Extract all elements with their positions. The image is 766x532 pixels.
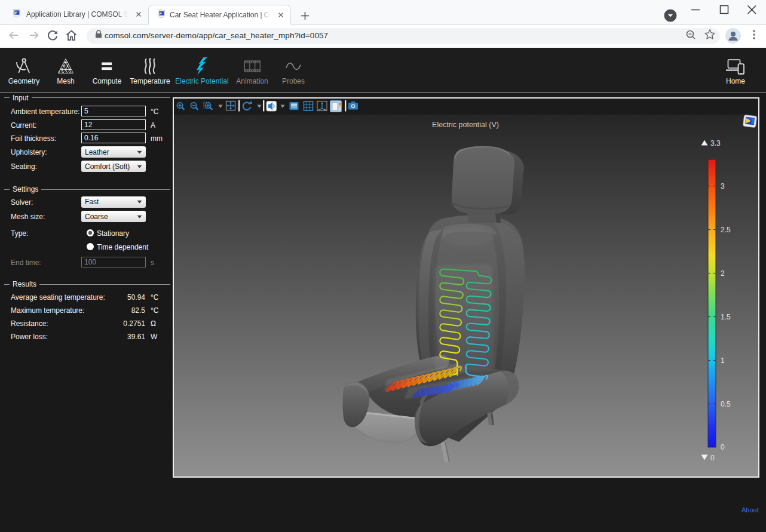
- svg-text:2.5: 2.5: [721, 226, 731, 234]
- svg-text:2: 2: [721, 269, 725, 278]
- svg-text:0: 0: [721, 443, 725, 451]
- svg-text:Electric potential (V): Electric potential (V): [432, 121, 499, 129]
- svg-text:1.5: 1.5: [721, 313, 731, 321]
- svg-text:0: 0: [710, 454, 715, 462]
- svg-text:3.3: 3.3: [710, 139, 721, 147]
- svg-text:0.5: 0.5: [721, 400, 731, 408]
- svg-text:1: 1: [721, 356, 725, 365]
- svg-text:3: 3: [721, 182, 725, 190]
